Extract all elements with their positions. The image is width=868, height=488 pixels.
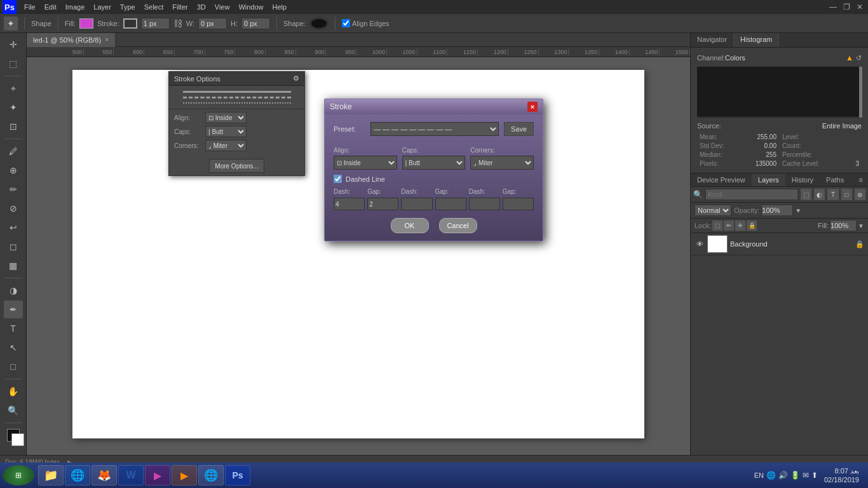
tab-layers[interactable]: Layers bbox=[752, 173, 785, 186]
fill-color-swatch[interactable] bbox=[79, 18, 93, 29]
taskbar-word[interactable]: W bbox=[118, 465, 144, 485]
histogram-refresh-icon[interactable]: ↺ bbox=[856, 54, 862, 62]
background-color[interactable] bbox=[11, 433, 24, 446]
gap-input-1[interactable] bbox=[367, 198, 398, 210]
layers-kind-filter[interactable] bbox=[705, 189, 798, 200]
menu-filter[interactable]: Filter bbox=[168, 2, 191, 12]
type-filter[interactable]: T bbox=[827, 189, 838, 200]
gradient-tool[interactable]: ▦ bbox=[4, 257, 23, 274]
taskbar-explorer[interactable]: 📁 bbox=[38, 465, 64, 485]
type-tool[interactable]: T bbox=[4, 320, 23, 337]
menu-type[interactable]: Type bbox=[116, 2, 139, 12]
dash-input-3[interactable] bbox=[469, 198, 500, 210]
tab-histogram[interactable]: Histogram bbox=[734, 33, 779, 47]
tab-close-button[interactable]: × bbox=[105, 36, 109, 43]
menu-3d[interactable]: 3D bbox=[193, 2, 210, 12]
blend-mode-select[interactable]: Normal bbox=[695, 205, 731, 216]
fill-arrow[interactable]: ▼ bbox=[858, 222, 864, 229]
adjustment-filter[interactable]: ◐ bbox=[814, 189, 825, 200]
taskbar-firefox[interactable]: 🦊 bbox=[92, 465, 117, 485]
opacity-arrow[interactable]: ▼ bbox=[795, 207, 801, 214]
marquee-tool[interactable]: ⬚ bbox=[4, 55, 23, 72]
stroke-dotted-line[interactable] bbox=[183, 102, 291, 104]
so-align-select[interactable]: ⊡ Inside ⊞ Center ⊟ Outside bbox=[205, 112, 247, 123]
clone-tool[interactable]: ⊘ bbox=[4, 200, 23, 217]
menu-select[interactable]: Select bbox=[140, 2, 168, 12]
stroke-width-input[interactable] bbox=[141, 18, 170, 29]
tab-paths[interactable]: Paths bbox=[820, 173, 850, 186]
layer-visibility-toggle[interactable]: 👁 bbox=[695, 239, 705, 249]
menu-file[interactable]: File bbox=[20, 2, 39, 12]
fill-input[interactable] bbox=[830, 220, 857, 231]
heal-tool[interactable]: ⊕ bbox=[4, 161, 23, 179]
window-restore[interactable]: ❐ bbox=[841, 3, 853, 11]
align-edges-group[interactable]: Align Edges bbox=[342, 19, 390, 27]
brush-tool[interactable]: ✏ bbox=[4, 180, 23, 198]
shape-preview[interactable] bbox=[309, 17, 329, 30]
stroke-color-swatch[interactable] bbox=[123, 18, 137, 29]
dash-input-2[interactable] bbox=[401, 198, 432, 210]
hand-tool[interactable]: ✋ bbox=[4, 383, 23, 400]
stroke-dialog-close[interactable]: × bbox=[527, 102, 538, 112]
start-button[interactable]: ⊞ bbox=[3, 465, 34, 485]
canvas-tab[interactable]: led-1 @ 50% (RGB/8) × bbox=[27, 33, 116, 47]
lasso-tool[interactable]: ⌖ bbox=[4, 79, 23, 97]
window-minimize[interactable]: — bbox=[827, 3, 839, 11]
shape-tool[interactable]: □ bbox=[4, 358, 23, 376]
zoom-tool[interactable]: 🔍 bbox=[4, 402, 23, 419]
menu-window[interactable]: Window bbox=[234, 2, 267, 12]
layer-item-background[interactable]: 👁 Background 🔒 bbox=[691, 233, 868, 255]
crop-tool[interactable]: ⊡ bbox=[4, 118, 23, 135]
ok-button[interactable]: OK bbox=[391, 218, 429, 233]
preset-select[interactable]: — — — — — — — — — bbox=[370, 122, 499, 136]
menu-help[interactable]: Help bbox=[269, 2, 291, 12]
tab-device-preview[interactable]: Device Preview bbox=[691, 173, 752, 186]
more-options-button[interactable]: More Options... bbox=[209, 159, 264, 173]
menu-image[interactable]: Image bbox=[62, 2, 89, 12]
lock-move-btn[interactable]: ✛ bbox=[735, 220, 745, 231]
save-preset-button[interactable]: Save bbox=[504, 122, 534, 136]
history-brush[interactable]: ↩ bbox=[4, 219, 23, 236]
menu-layer[interactable]: Layer bbox=[90, 2, 115, 12]
tool-options-icon[interactable]: ✦ bbox=[4, 17, 18, 30]
gap-input-3[interactable] bbox=[503, 198, 534, 210]
menu-view[interactable]: View bbox=[211, 2, 234, 12]
lock-pixels-btn[interactable]: ⬚ bbox=[712, 220, 722, 231]
taskbar-player2[interactable]: ▶ bbox=[172, 465, 197, 485]
taskbar-photoshop[interactable]: Ps bbox=[225, 465, 250, 485]
eraser-tool[interactable]: ◻ bbox=[4, 238, 23, 255]
align-select[interactable]: ⊡ Inside Center Outside bbox=[334, 156, 397, 170]
shape-filter[interactable]: □ bbox=[841, 189, 852, 200]
pixel-layer-filter[interactable]: ⬚ bbox=[801, 189, 811, 200]
so-caps-select[interactable]: | Butt Round Square bbox=[205, 126, 247, 137]
window-close[interactable]: ✕ bbox=[854, 3, 865, 11]
foreground-color[interactable] bbox=[7, 429, 20, 442]
taskbar-ie[interactable]: 🌐 bbox=[65, 465, 90, 485]
dodge-tool[interactable]: ◑ bbox=[4, 281, 23, 299]
caps-select[interactable]: | Butt Round Square bbox=[402, 156, 466, 170]
cancel-button[interactable]: Cancel bbox=[439, 218, 477, 233]
opacity-input[interactable] bbox=[761, 205, 793, 216]
width-input[interactable] bbox=[198, 18, 227, 29]
layers-panel-menu[interactable]: ≡ bbox=[854, 173, 868, 186]
dash-input-1[interactable] bbox=[334, 198, 365, 210]
menu-edit[interactable]: Edit bbox=[41, 2, 60, 12]
gap-input-2[interactable] bbox=[435, 198, 466, 210]
quick-select[interactable]: ✦ bbox=[4, 98, 23, 116]
taskbar-chrome[interactable]: 🌐 bbox=[198, 465, 224, 485]
dashed-line-checkbox[interactable] bbox=[334, 175, 342, 183]
stroke-options-gear[interactable]: ⚙ bbox=[293, 74, 299, 83]
taskbar-media[interactable]: ▶ bbox=[145, 465, 170, 485]
height-input[interactable] bbox=[241, 18, 270, 29]
align-edges-checkbox[interactable] bbox=[342, 19, 350, 27]
stroke-solid-line[interactable] bbox=[183, 91, 291, 93]
lock-position-btn[interactable]: ✏ bbox=[724, 220, 734, 231]
tab-navigator[interactable]: Navigator bbox=[691, 33, 734, 47]
smartobj-filter[interactable]: ⊛ bbox=[855, 189, 865, 200]
taskbar-volume[interactable]: 🔊 bbox=[778, 471, 788, 480]
corners-select[interactable]: ⌟ Miter Round Bevel bbox=[470, 156, 534, 170]
pen-tool[interactable]: ✒ bbox=[4, 301, 23, 318]
stroke-dashed-line[interactable] bbox=[183, 97, 291, 98]
path-select[interactable]: ↖ bbox=[4, 339, 23, 356]
move-tool[interactable]: ✛ bbox=[4, 36, 23, 53]
